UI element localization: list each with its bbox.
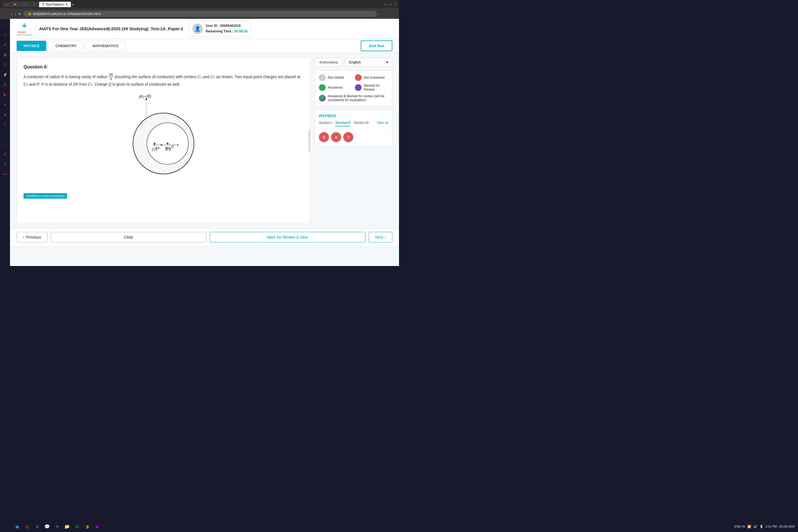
- q-text-5: as shown. Two equal point charges are pl…: [215, 75, 300, 79]
- next-button[interactable]: Next ›: [369, 232, 392, 243]
- tab-inactive-2[interactable]: ▶: [11, 1, 20, 7]
- instructions-button[interactable]: Instructions: [315, 58, 342, 67]
- aakash-logo: Aakash Medical|IIT-JEE|Foundation: [17, 21, 32, 37]
- q-text-10: . Charge: [93, 82, 109, 87]
- sidebar-icon-2[interactable]: ↺: [1, 31, 8, 38]
- sidebar-icon-5[interactable]: ☰: [1, 61, 8, 68]
- palette-section-3[interactable]: Section-III: [354, 121, 368, 126]
- sidebar-icon-16[interactable]: •••: [1, 171, 8, 178]
- q-r2: R: [75, 82, 78, 87]
- bottom-nav: ‹ Previous Clear Mark for Review & Next …: [10, 228, 399, 246]
- remaining-time-row: Remaining Time : 00:59:30: [206, 29, 247, 34]
- sidebar-icon-11[interactable]: ⊙: [1, 121, 8, 128]
- scroll-indicator[interactable]: [308, 130, 310, 152]
- q-q: Q: [108, 82, 111, 87]
- sidebar-icon-13[interactable]: ⬡: [1, 141, 8, 148]
- question-btn-6[interactable]: 6: [331, 132, 341, 142]
- tab-chemistry[interactable]: CHEMISTRY: [49, 41, 83, 51]
- instructions-bar: Instructions English ▾: [315, 58, 392, 67]
- q-text-2: is having cavity of radius: [64, 75, 108, 79]
- legend-dot-answered-marked: [319, 95, 326, 101]
- sidebar-icon-4[interactable]: ▣: [1, 51, 8, 58]
- end-test-button[interactable]: End Test: [361, 40, 392, 51]
- palette-view-all[interactable]: View all: [377, 121, 388, 126]
- legend-label-answered-marked: Answered & Marked for review (will be co…: [328, 94, 388, 102]
- active-tab-label: Test Platform: [46, 3, 63, 6]
- legend-not-answered: Not Answered: [355, 74, 388, 81]
- frac-denominator: 4: [110, 77, 113, 81]
- chevron-down-icon: ▾: [386, 60, 388, 64]
- q-p: P: [37, 82, 39, 87]
- sidebar-icon-3[interactable]: ⊕: [1, 41, 8, 48]
- svg-text:Aakash: Aakash: [18, 31, 26, 33]
- language-select[interactable]: English ▾: [345, 58, 392, 67]
- address-field[interactable]: 🔒 testplatform.aakash.ac.in/testpanel/in…: [23, 11, 377, 17]
- q-r-italic: R: [61, 75, 64, 79]
- sidebar-icon-15[interactable]: ⊟: [1, 161, 8, 168]
- svg-text:•: •: [145, 95, 146, 99]
- sidebar-icon-9[interactable]: ✦: [1, 101, 8, 108]
- tab-physics[interactable]: PHYSICS: [17, 41, 46, 51]
- tab-inactive-1[interactable]: ●: [2, 2, 11, 7]
- content-area: Question 6: A conductor of radius R is h…: [10, 53, 399, 228]
- svg-text:Medical|IIT-JEE|Foundation: Medical|IIT-JEE|Foundation: [17, 34, 32, 36]
- logo-area: Aakash Medical|IIT-JEE|Foundation AIATS …: [17, 21, 183, 37]
- tab-mathematics[interactable]: MATHEMATICS: [86, 41, 126, 51]
- user-id-value: : 00006481619: [218, 24, 241, 28]
- legend-dot-not-answered: [355, 74, 362, 81]
- question-btn-5[interactable]: 5: [319, 132, 329, 142]
- legend-dot-marked: [355, 84, 362, 91]
- forward-button[interactable]: ›: [15, 12, 16, 16]
- tab-add-button[interactable]: +: [72, 2, 74, 7]
- legend-not-visited: Not Visited: [319, 74, 352, 81]
- lock-icon: 🔒: [28, 12, 31, 15]
- legend-label-marked: Marked for Review: [364, 84, 388, 92]
- left-sidebar: ⌂ ↺ ⊕ ▣ ☰ ⚡ ⊞ ▶ ✦ ◈ ⊙ ↓ ⬡ ⚙ ⊟ •••: [0, 19, 10, 266]
- tab-active-testplatform[interactable]: T Test Platform ✕: [39, 2, 71, 7]
- sidebar-icon-6[interactable]: ⚡: [1, 71, 8, 78]
- question-panel: Question 6: A conductor of radius R is h…: [17, 58, 310, 224]
- svg-text:R/4: R/4: [155, 147, 159, 150]
- reload-button[interactable]: ↻: [18, 12, 21, 16]
- palette-section-1[interactable]: Section-I: [319, 121, 332, 126]
- previous-button[interactable]: ‹ Previous: [17, 232, 48, 243]
- app-header: Aakash Medical|IIT-JEE|Foundation AIATS …: [10, 19, 399, 39]
- tab-inactive-3[interactable]: ◯: [20, 1, 30, 7]
- sidebar-icon-7[interactable]: ⊞: [1, 81, 8, 88]
- browser-window-controls: — □ ✕: [384, 2, 397, 6]
- question-text: A conductor of radius R is having cavity…: [23, 73, 303, 88]
- q-text-8: is at distance of 2: [44, 82, 75, 87]
- palette-section-2[interactable]: Section-II: [335, 121, 350, 126]
- clear-button[interactable]: Clear: [51, 232, 206, 243]
- user-avatar: 👤: [192, 23, 203, 34]
- main-wrapper: Aakash Medical|IIT-JEE|Foundation AIATS …: [10, 19, 399, 266]
- language-label: English: [349, 60, 361, 64]
- tab-close-icon[interactable]: ✕: [65, 3, 68, 6]
- q-text-3: (touching the surface of conductor) with…: [115, 75, 197, 79]
- close-icon[interactable]: ✕: [394, 2, 397, 6]
- tab-inactive-4[interactable]: ◉: [30, 1, 39, 7]
- back-button[interactable]: ‹: [11, 12, 13, 16]
- legend-dot-not-visited: [319, 74, 326, 81]
- legend-label-answered: Answered: [328, 86, 342, 90]
- sidebar-home-icon[interactable]: ⌂: [1, 21, 8, 28]
- q-text-11: is given to surface of conductor as well…: [111, 82, 180, 87]
- address-text: testplatform.aakash.ac.in/testpanel/inde…: [33, 12, 100, 16]
- maximize-icon[interactable]: □: [390, 2, 392, 6]
- sidebar-icon-14[interactable]: ⚙: [1, 151, 8, 158]
- sidebar-icon-10[interactable]: ◈: [1, 111, 8, 118]
- minimize-icon[interactable]: —: [384, 2, 388, 6]
- palette-subject-title: PHYSICS: [319, 114, 388, 118]
- prev-label: Previous: [26, 235, 41, 240]
- sidebar-icon-8[interactable]: ▶: [1, 91, 8, 98]
- browser-chrome: ● ▶ ◯ ◉ T Test Platform ✕ + — □ ✕: [0, 0, 399, 9]
- sidebar-icon-12[interactable]: ↓: [1, 131, 8, 138]
- address-bar: ‹ › ↻ 🔒 testplatform.aakash.ac.in/testpa…: [0, 9, 399, 19]
- question-btn-7[interactable]: 7: [343, 132, 353, 142]
- mark-for-review-button[interactable]: Mark for Review & Next: [210, 232, 365, 243]
- q-text-6: and: [28, 82, 37, 87]
- legend-label-not-answered: Not Answered: [364, 76, 385, 79]
- q-c1: C₁: [197, 75, 202, 79]
- q-text-1: A conductor of radius: [23, 75, 61, 79]
- question-numbers: 5 6 7: [319, 132, 388, 142]
